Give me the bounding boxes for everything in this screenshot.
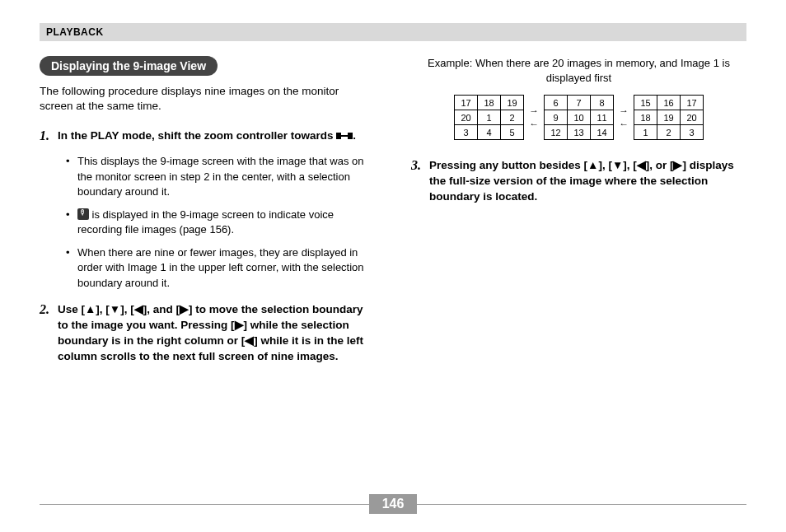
bullet-3: When there are nine or fewer images, the… [66,245,375,291]
svg-rect-2 [341,135,348,137]
cell: 3 [681,125,704,140]
step-1-number: 1. [40,128,49,143]
cell: 6 [545,96,568,110]
example-label: Example: When there are 20 images in mem… [411,56,746,85]
cell: 19 [657,110,681,125]
bullet-1: This displays the 9-image screen with th… [66,154,375,199]
cell: 19 [501,96,524,110]
bullet-2: is displayed in the 9-image screen to in… [66,208,375,237]
svg-rect-0 [336,133,341,139]
grid-row: 171819 2012 345 → ← 678 91011 121314 → ←… [411,95,746,140]
cell: 20 [681,110,704,125]
footer-line-right [417,504,746,505]
grid-1: 171819 2012 345 [454,95,524,140]
step-1: 1. In the PLAY mode, shift the zoom cont… [40,128,375,290]
cell: 20 [455,110,478,125]
cell: 2 [657,125,681,140]
step-1-text-a: In the PLAY mode, shift the zoom control… [58,129,336,142]
cell: 13 [568,125,591,140]
cell: 2 [501,110,524,125]
arrow-left-icon: ← [619,120,629,128]
zoom-out-icon [336,130,353,146]
cell: 16 [657,96,681,110]
cell: 18 [478,96,501,110]
step-2: 2. Use [▲], [▼], [◀], and [▶] to move th… [40,302,375,365]
arrow-pair-2: → ← [619,106,629,129]
page-header: PLAYBACK [40,23,746,41]
step-3: 3. Pressing any button besides [▲], [▼],… [411,158,746,205]
mic-icon [77,208,89,220]
page-footer: 146 [40,494,746,514]
bullet-2-text: is displayed in the 9-image screen to in… [77,208,334,236]
cell: 7 [568,96,591,110]
cell: 17 [455,96,478,110]
cell: 17 [681,96,704,110]
step-1-bullets: This displays the 9-image screen with th… [66,154,375,291]
arrow-right-icon: → [619,107,629,115]
grid-3: 151617 181920 123 [634,95,704,140]
cell: 11 [591,110,614,125]
step-3-number: 3. [411,158,421,173]
step-1-heading: In the PLAY mode, shift the zoom control… [58,129,356,142]
cell: 1 [634,125,657,140]
arrow-left-icon: ← [529,120,539,128]
cell: 4 [478,125,501,140]
arrow-pair-1: → ← [529,106,539,129]
page-number: 146 [369,494,418,514]
intro-paragraph: The following procedure displays nine im… [40,84,375,114]
footer-line-left [40,504,369,505]
cell: 5 [501,125,524,140]
content-columns: Displaying the 9-image View The followin… [40,56,746,376]
cell: 1 [478,110,501,125]
cell: 12 [545,125,568,140]
right-column: Example: When there are 20 images in mem… [411,56,746,376]
cell: 15 [634,96,657,110]
arrow-right-icon: → [529,107,539,115]
cell: 10 [568,110,591,125]
step-1-text-b: . [353,129,356,142]
cell: 8 [591,96,614,110]
left-column: Displaying the 9-image View The followin… [40,56,375,376]
step-2-number: 2. [40,302,49,317]
cell: 14 [591,125,614,140]
cell: 3 [455,125,478,140]
grid-2: 678 91011 121314 [544,95,614,140]
cell: 18 [634,110,657,125]
section-title: Displaying the 9-image View [40,56,218,76]
step-2-heading: Use [▲], [▼], [◀], and [▶] to move the s… [58,303,363,362]
cell: 9 [545,110,568,125]
step-3-heading: Pressing any button besides [▲], [▼], [◀… [429,159,734,203]
